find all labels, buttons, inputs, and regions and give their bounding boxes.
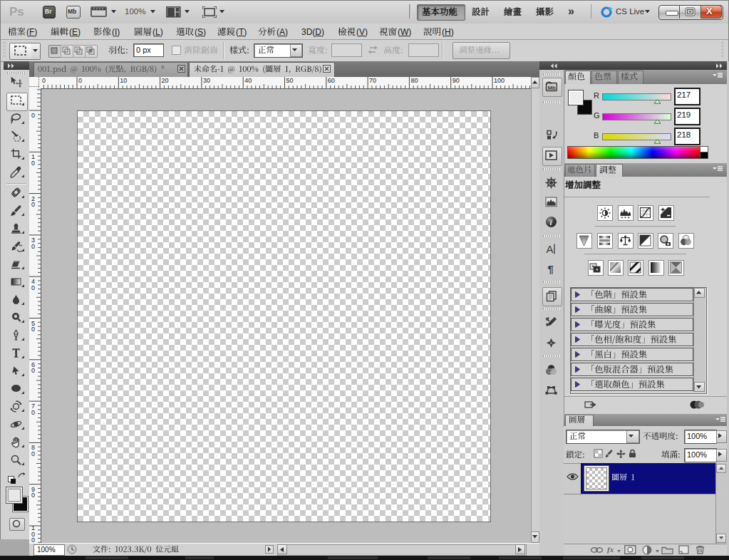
svg-text:¶: ¶ <box>548 263 554 275</box>
svg-text:Mb: Mb <box>547 85 556 91</box>
svg-text:A: A <box>547 243 554 255</box>
